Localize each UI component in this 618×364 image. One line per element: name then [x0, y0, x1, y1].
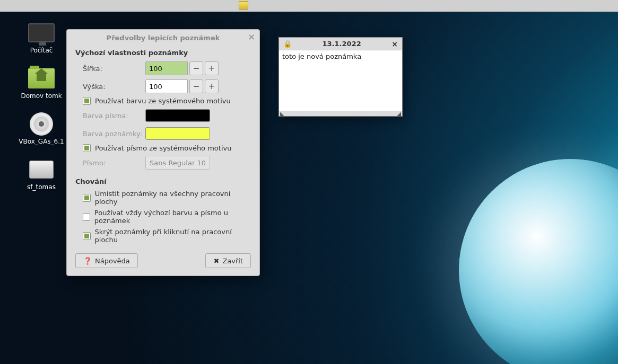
section-title-behavior: Chování — [75, 177, 251, 185]
row-font: Písmo: Sans Regular 10 — [83, 155, 251, 170]
label-use-system-color: Používat barvu ze systémového motivu — [95, 97, 231, 105]
note-resize-bar[interactable] — [279, 111, 402, 116]
desktop-icon-label: VBox_GAs_6.1 — [16, 138, 67, 145]
checkbox-all-desktops[interactable] — [83, 194, 91, 202]
swatch-note-color[interactable] — [145, 127, 210, 140]
desktop-icons: Počítač Domov tomk VBox_GAs_6.1 sf_tomas — [16, 21, 67, 191]
row-font-color: Barva písma: — [83, 108, 251, 123]
width-decrement[interactable]: − — [189, 61, 203, 75]
label-font: Písmo: — [83, 159, 145, 167]
note-lock-icon[interactable]: 🔒 — [279, 40, 296, 48]
top-panel — [0, 0, 618, 12]
checkbox-use-system-color[interactable] — [83, 97, 91, 105]
checkbox-hide-on-click[interactable] — [83, 232, 91, 240]
dialog-titlebar[interactable]: Předvolby lepicích poznámek × — [67, 30, 259, 46]
dialog-title: Předvolby lepicích poznámek — [107, 34, 220, 42]
height-increment[interactable]: + — [205, 79, 219, 93]
sticky-note-window: 🔒 13.1.2022 × toto je nová poznámka — [278, 37, 403, 117]
note-close-button[interactable]: × — [387, 40, 402, 48]
monitor-icon — [27, 21, 56, 45]
dialog-button-row: ❓ Nápověda ✖ Zavřít — [75, 253, 251, 268]
dialog-close-button[interactable]: × — [248, 33, 255, 41]
row-hide-on-click: Skrýt poznámky při kliknutí na pracovní … — [83, 228, 251, 244]
row-use-system-font: Používat písmo ze systémového motivu — [83, 144, 251, 152]
home-folder-icon — [27, 67, 56, 90]
width-increment[interactable]: + — [205, 61, 219, 75]
desktop-icon-computer[interactable]: Počítač — [16, 21, 67, 54]
desktop-icon-label: sf_tomas — [16, 183, 67, 191]
close-icon: ✖ — [213, 257, 219, 265]
section-title-defaults: Výchozí vlastnosti poznámky — [75, 49, 251, 57]
label-width: Šířka: — [83, 65, 145, 73]
desktop-icon-label: Domov tomk — [16, 92, 67, 100]
desktop-icon-label: Počítač — [16, 47, 67, 54]
close-button-label: Zavřít — [222, 257, 243, 265]
row-note-color: Barva poznámky: — [83, 126, 251, 141]
help-button-label: Nápověda — [95, 257, 130, 265]
stepper-width: − + — [188, 61, 219, 75]
checkbox-use-system-font[interactable] — [83, 144, 91, 152]
label-all-desktops: Umístit poznámky na všechny pracovní plo… — [95, 190, 251, 206]
disc-icon — [27, 112, 56, 136]
checkbox-always-default[interactable] — [83, 213, 90, 221]
swatch-font-color[interactable] — [145, 109, 210, 122]
row-use-system-color: Používat barvu ze systémového motivu — [83, 97, 251, 105]
input-height[interactable] — [145, 79, 188, 93]
row-width: Šířka: − + — [83, 61, 251, 76]
row-height: Výška: − + — [83, 79, 251, 94]
wallpaper-moon — [459, 159, 618, 364]
desktop-icon-disc[interactable]: VBox_GAs_6.1 — [16, 112, 67, 145]
help-icon: ❓ — [83, 257, 92, 265]
close-button[interactable]: ✖ Zavřít — [205, 253, 251, 268]
preferences-dialog: Předvolby lepicích poznámek × Výchozí vl… — [66, 29, 260, 276]
help-button[interactable]: ❓ Nápověda — [75, 253, 138, 268]
panel-notes-icon[interactable] — [239, 1, 248, 10]
desktop-icon-home[interactable]: Domov tomk — [16, 67, 67, 100]
row-all-desktops: Umístit poznámky na všechny pracovní plo… — [83, 190, 251, 206]
label-height: Výška: — [83, 83, 145, 91]
note-text-area[interactable]: toto je nová poznámka — [279, 50, 402, 111]
drive-icon — [27, 158, 56, 181]
input-width[interactable] — [145, 61, 188, 75]
stepper-height: − + — [188, 79, 219, 93]
font-picker-button[interactable]: Sans Regular 10 — [145, 156, 210, 170]
label-hide-on-click: Skrýt poznámky při kliknutí na pracovní … — [95, 228, 251, 244]
dialog-body: Výchozí vlastnosti poznámky Šířka: − + V… — [67, 46, 259, 276]
label-note-color: Barva poznámky: — [83, 130, 145, 138]
label-use-system-font: Používat písmo ze systémového motivu — [95, 144, 231, 152]
label-font-color: Barva písma: — [83, 112, 145, 120]
label-always-default: Používat vždy výchozí barvu a písmo u po… — [94, 209, 251, 225]
note-title-date: 13.1.2022 — [296, 40, 387, 48]
desktop-icon-drive[interactable]: sf_tomas — [16, 158, 67, 191]
height-decrement[interactable]: − — [189, 79, 203, 93]
note-titlebar[interactable]: 🔒 13.1.2022 × — [279, 38, 402, 50]
row-always-default: Používat vždy výchozí barvu a písmo u po… — [83, 209, 251, 225]
